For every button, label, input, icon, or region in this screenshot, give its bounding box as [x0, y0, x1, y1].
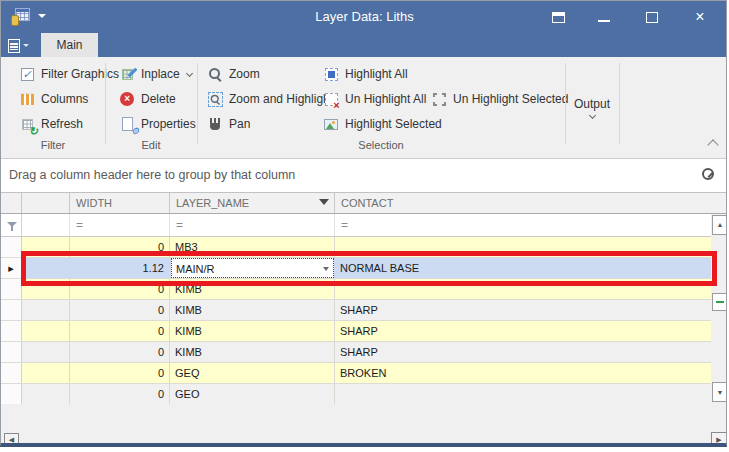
delete-button[interactable]: × Delete [119, 89, 176, 109]
output-label: Output [574, 97, 610, 111]
cell-contact[interactable] [335, 279, 711, 299]
columns-button[interactable]: Columns [19, 89, 88, 109]
cell-blank[interactable] [22, 237, 70, 257]
cell-blank[interactable] [22, 279, 70, 299]
table-row[interactable]: 0 KIMB SHARP [1, 321, 711, 342]
delete-icon: × [119, 91, 135, 107]
filter-layer-cell[interactable]: = [170, 214, 335, 236]
header-width[interactable]: WIDTH [70, 193, 170, 213]
cell-blank[interactable] [22, 384, 70, 404]
header-blank-cell[interactable] [22, 193, 70, 213]
pan-button[interactable]: Pan [207, 114, 250, 134]
cell-width[interactable]: 0 [70, 279, 170, 299]
row-indicator-cell[interactable] [1, 321, 22, 341]
scroll-up-button[interactable]: ▲ [712, 215, 727, 235]
app-window: Layer Data: Liths × Main ✓ Filter Graphi… [0, 0, 727, 447]
zoom-button[interactable]: Zoom [207, 64, 260, 84]
cell-contact[interactable] [335, 384, 711, 404]
scroll-thumb-button[interactable] [712, 293, 727, 311]
maximize-button[interactable] [637, 1, 667, 33]
cell-width[interactable]: 0 [70, 384, 170, 404]
fullscreen-button[interactable] [543, 1, 573, 33]
cell-contact[interactable]: BROKEN [335, 363, 711, 383]
group-by-panel[interactable]: Drag a column header here to group by th… [1, 159, 727, 193]
cell-layer-name[interactable]: KIMB [170, 279, 335, 299]
cell-contact[interactable]: SHARP [335, 321, 711, 341]
cell-layer-name[interactable]: KIMB [170, 300, 335, 320]
hand-icon [207, 116, 223, 132]
cell-blank[interactable] [22, 300, 70, 320]
green-dash-icon [716, 301, 724, 303]
cell-layer-name[interactable]: GEO [170, 384, 335, 404]
row-indicator-cell[interactable] [1, 342, 22, 362]
filter-contact-cell[interactable]: = [335, 214, 711, 236]
zoom-and-highlight-button[interactable]: Zoom and Highlight [207, 89, 333, 109]
table-row-selected[interactable]: ▸ 1.12 MAIN/R NORMAL BASE [1, 258, 711, 279]
un-highlight-selected-label: Un Highlight Selected [453, 92, 568, 106]
funnel-icon [7, 222, 17, 227]
scroll-down-button[interactable]: ▼ [712, 382, 727, 402]
chevron-down-icon [186, 69, 193, 76]
filter-indicator-cell [1, 214, 22, 236]
ribbon: ✓ Filter Graphics Columns ↻ Refresh Filt… [1, 57, 727, 159]
filter-blank-cell[interactable] [22, 214, 70, 236]
table-row[interactable]: 0 KIMB [1, 279, 711, 300]
properties-button[interactable]: ⚙ Properties [119, 114, 196, 134]
row-indicator-cell[interactable] [1, 300, 22, 320]
row-indicator-cell[interactable]: ▸ [1, 258, 22, 278]
column-filter-caret-icon[interactable] [319, 199, 329, 205]
highlight-selected-button[interactable]: Highlight Selected [323, 114, 442, 134]
cell-contact[interactable] [335, 237, 711, 257]
dropdown-caret-icon[interactable] [323, 267, 329, 271]
cell-blank[interactable] [22, 342, 70, 362]
cell-width[interactable]: 0 [70, 300, 170, 320]
cell-contact[interactable]: NORMAL BASE [335, 258, 711, 278]
header-contact[interactable]: CONTACT [335, 193, 711, 213]
cell-blank[interactable] [22, 321, 70, 341]
table-row[interactable]: 0 KIMB SHARP [1, 300, 711, 321]
group-by-hint: Drag a column header here to group by th… [9, 159, 295, 192]
highlight-selected-label: Highlight Selected [345, 117, 442, 131]
row-indicator-cell[interactable] [1, 384, 22, 404]
scroll-right-button[interactable]: ▶ [711, 432, 727, 447]
cell-contact[interactable]: SHARP [335, 300, 711, 320]
cell-blank[interactable] [22, 258, 70, 278]
header-layer-name[interactable]: LAYER_NAME [170, 193, 335, 213]
cell-layer-name[interactable]: KIMB [170, 321, 335, 341]
refresh-icon: ↻ [19, 116, 35, 132]
layer-name-editor[interactable]: MAIN/R [171, 258, 334, 278]
cell-layer-name[interactable]: GEQ [170, 363, 335, 383]
row-indicator-cell[interactable] [1, 363, 22, 383]
output-button[interactable]: Output [565, 57, 619, 157]
search-icon[interactable] [703, 168, 719, 184]
cell-contact[interactable]: SHARP [335, 342, 711, 362]
row-indicator-cell[interactable] [1, 279, 22, 299]
row-indicator-cell[interactable] [1, 237, 22, 257]
highlight-all-button[interactable]: Highlight All [323, 64, 408, 84]
cell-blank[interactable] [22, 363, 70, 383]
cell-width[interactable]: 0 [70, 363, 170, 383]
cell-layer-name[interactable]: KIMB [170, 342, 335, 362]
inplace-button[interactable]: Inplace [119, 64, 192, 84]
cell-width[interactable]: 0 [70, 342, 170, 362]
cell-width[interactable]: 0 [70, 321, 170, 341]
cell-layer-name[interactable]: MB3 [170, 237, 335, 257]
refresh-button[interactable]: ↻ Refresh [19, 114, 83, 134]
ribbon-collapse-button[interactable] [707, 139, 718, 150]
cell-width[interactable]: 1.12 [70, 258, 170, 278]
cell-width[interactable]: 0 [70, 237, 170, 257]
table-row[interactable]: 0 GEO [1, 384, 711, 404]
ribbon-menu-button[interactable] [8, 36, 36, 55]
minimize-button[interactable] [589, 1, 619, 33]
table-row[interactable]: 0 MB3 [1, 237, 711, 258]
un-highlight-selected-button[interactable]: Un Highlight Selected [431, 89, 568, 109]
table-row[interactable]: 0 KIMB SHARP [1, 342, 711, 363]
editor-value: MAIN/R [176, 263, 215, 275]
close-button[interactable]: × [685, 1, 715, 33]
tab-main[interactable]: Main [41, 33, 98, 57]
un-highlight-all-button[interactable]: Un Highlight All [323, 89, 426, 109]
filter-width-cell[interactable]: = [70, 214, 170, 236]
scroll-left-button[interactable]: ◀ [4, 433, 19, 447]
properties-label: Properties [141, 117, 196, 131]
table-row[interactable]: 0 GEQ BROKEN [1, 363, 711, 384]
